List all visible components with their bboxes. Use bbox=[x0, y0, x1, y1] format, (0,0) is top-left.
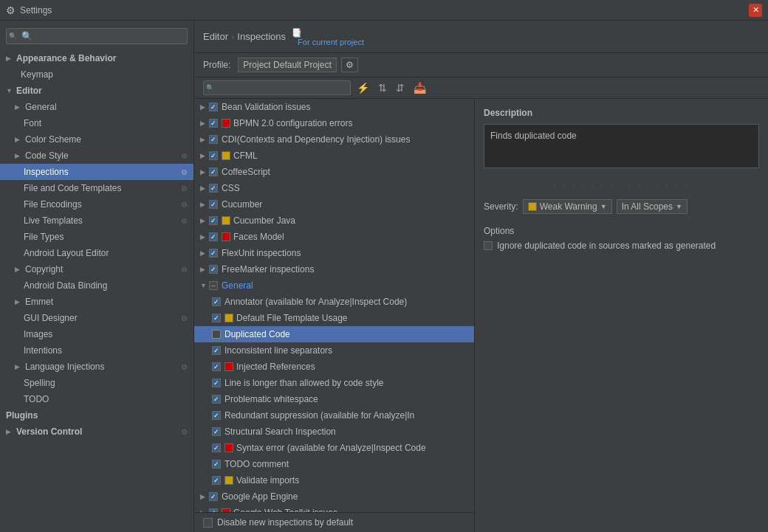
sidebar-item-todo[interactable]: TODO bbox=[0, 391, 193, 407]
sidebar-item-color-scheme[interactable]: ▶ Color Scheme bbox=[0, 131, 193, 148]
tree-item-css[interactable]: ▶ CSS bbox=[194, 180, 474, 196]
settings-icon: ⚙ bbox=[181, 266, 188, 274]
breadcrumb-inspections: Inspections bbox=[237, 31, 286, 42]
tree-item-google-web-toolkit[interactable]: ▶ Google Web Toolkit issues bbox=[194, 505, 474, 512]
split-content: ▶ Bean Validation issues ▶ BPMN 2.0 conf… bbox=[194, 99, 768, 532]
tree-item-annotator[interactable]: Annotator (available for Analyze|Inspect… bbox=[194, 294, 474, 310]
tree-item-injected-references[interactable]: Injected References bbox=[194, 359, 474, 375]
tree-item-cucumber[interactable]: ▶ Cucumber bbox=[194, 196, 474, 213]
import-button[interactable]: 📥 bbox=[411, 80, 429, 95]
chevron-down-icon: ▼ bbox=[600, 203, 607, 210]
filter-button[interactable]: ⚡ bbox=[354, 80, 372, 95]
inspections-search-input[interactable] bbox=[203, 80, 351, 95]
sidebar-item-plugins[interactable]: Plugins bbox=[0, 407, 193, 424]
arrow-icon: ▶ bbox=[6, 55, 13, 62]
close-button[interactable]: ✕ bbox=[749, 4, 762, 17]
options-title: Options bbox=[484, 226, 759, 236]
settings-icon: ⚙ bbox=[181, 152, 188, 160]
sidebar-item-live-templates[interactable]: Live Templates ⚙ bbox=[0, 213, 193, 229]
sidebar-item-label: Spelling bbox=[24, 378, 55, 388]
sidebar-item-language-injections[interactable]: ▶ Language Injections ⚙ bbox=[0, 359, 193, 375]
tree-item-bpmn[interactable]: ▶ BPMN 2.0 configuration errors bbox=[194, 115, 474, 131]
tree-item-google-app-engine[interactable]: ▶ Google App Engine bbox=[194, 488, 474, 505]
arrow-icon: ▶ bbox=[15, 152, 22, 159]
sidebar-item-appearance[interactable]: ▶ Appearance & Behavior bbox=[0, 50, 193, 66]
tree-item-todo-comment[interactable]: TODO comment bbox=[194, 456, 474, 472]
window-title: Settings bbox=[20, 5, 52, 15]
sidebar-item-editor[interactable]: ▼ Editor bbox=[0, 83, 193, 99]
inspections-tree: ▶ Bean Validation issues ▶ BPMN 2.0 conf… bbox=[194, 99, 475, 512]
sidebar-item-label: Color Scheme bbox=[25, 134, 81, 145]
disable-checkbox[interactable] bbox=[203, 518, 213, 528]
sidebar-item-general[interactable]: ▶ General bbox=[0, 99, 193, 115]
severity-badge-orange bbox=[224, 476, 233, 485]
sidebar-item-file-types[interactable]: File Types bbox=[0, 229, 193, 245]
settings-icon: ⚙ bbox=[181, 168, 188, 176]
tree-item-validate-imports[interactable]: Validate imports bbox=[194, 472, 474, 488]
sidebar-item-android-data-binding[interactable]: Android Data Binding bbox=[0, 277, 193, 294]
sidebar-item-file-encodings[interactable]: File Encodings ⚙ bbox=[0, 196, 193, 213]
tree-item-default-method[interactable]: Default File Template Usage bbox=[194, 310, 474, 326]
option-row-ignore-generated: Ignore duplicated code in sources marked… bbox=[484, 241, 759, 251]
settings-icon: ⚙ bbox=[181, 217, 188, 225]
arrow-icon: ▶ bbox=[15, 266, 22, 273]
sidebar-item-code-style[interactable]: ▶ Code Style ⚙ bbox=[0, 148, 193, 164]
tree-item-problematic-whitespace[interactable]: Problematic whitespace bbox=[194, 391, 474, 407]
sidebar-item-label: Emmet bbox=[25, 297, 53, 307]
sidebar-item-label: Editor bbox=[16, 86, 42, 96]
tree-item-cfml[interactable]: ▶ CFML bbox=[194, 148, 474, 164]
tree-item-syntax-error[interactable]: Syntax error (available for Analyze|Insp… bbox=[194, 440, 474, 456]
sidebar-item-version-control[interactable]: ▶ Version Control ⚙ bbox=[0, 424, 193, 440]
tree-item-freemarker[interactable]: ▶ FreeMarker inspections bbox=[194, 261, 474, 277]
tree-item-inconsistent-line[interactable]: Inconsistent line separators bbox=[194, 342, 474, 359]
sidebar-item-label: Copyright bbox=[25, 264, 63, 274]
current-project-link[interactable]: For current project bbox=[298, 38, 364, 46]
settings-icon: ⚙ bbox=[181, 428, 188, 436]
tree-item-cdi[interactable]: ▶ CDI(Contexts and Dependency Injection)… bbox=[194, 131, 474, 148]
description-text: Finds duplicated code bbox=[490, 131, 577, 141]
severity-select[interactable]: Weak Warning ▼ bbox=[523, 199, 612, 214]
disable-label: Disable new inspections by default bbox=[217, 517, 353, 528]
severity-badge-orange bbox=[222, 216, 230, 225]
arrow-icon: ▼ bbox=[6, 87, 13, 94]
sidebar-item-inspections[interactable]: Inspections ⚙ bbox=[0, 164, 193, 180]
tree-item-structural-search[interactable]: Structural Search Inspection bbox=[194, 424, 474, 440]
sidebar-item-gui-designer[interactable]: GUI Designer ⚙ bbox=[0, 310, 193, 326]
bottom-bar: Disable new inspections by default bbox=[194, 512, 474, 532]
profile-select[interactable]: Project Default Project bbox=[238, 58, 337, 72]
filter-row: ⚡ ⇅ ⇵ 📥 bbox=[194, 77, 768, 99]
settings-icon: ⚙ bbox=[181, 184, 188, 193]
tree-item-bean-validation[interactable]: ▶ Bean Validation issues bbox=[194, 99, 474, 115]
sidebar-item-images[interactable]: Images bbox=[0, 326, 193, 342]
sidebar-item-copyright[interactable]: ▶ Copyright ⚙ bbox=[0, 261, 193, 277]
expand-all-button[interactable]: ⇅ bbox=[375, 80, 390, 95]
description-title: Description bbox=[484, 108, 759, 118]
sidebar-item-label: GUI Designer bbox=[24, 313, 78, 323]
tree-item-flexunit[interactable]: ▶ FlexUnit inspections bbox=[194, 245, 474, 261]
sidebar-search-input[interactable] bbox=[6, 28, 188, 44]
sidebar-item-spelling[interactable]: Spelling bbox=[0, 375, 193, 391]
tree-item-general-category[interactable]: ▼ General bbox=[194, 277, 474, 294]
profile-row: Profile: Project Default Project ⚙ bbox=[194, 53, 768, 77]
sidebar-item-file-code-templates[interactable]: File and Code Templates ⚙ bbox=[0, 180, 193, 196]
sidebar-item-intentions[interactable]: Intentions bbox=[0, 342, 193, 359]
tree-item-line-longer[interactable]: Line is longer than allowed by code styl… bbox=[194, 375, 474, 391]
tree-item-coffeescript[interactable]: ▶ CoffeeScript bbox=[194, 164, 474, 180]
collapse-all-button[interactable]: ⇵ bbox=[393, 80, 408, 95]
sidebar-item-emmet[interactable]: ▶ Emmet bbox=[0, 294, 193, 310]
tree-item-duplicated-code[interactable]: Duplicated Code bbox=[194, 326, 474, 342]
ignore-generated-label: Ignore duplicated code in sources marked… bbox=[497, 241, 716, 251]
sidebar-item-android-layout-editor[interactable]: Android Layout Editor bbox=[0, 245, 193, 261]
gear-button[interactable]: ⚙ bbox=[341, 58, 358, 72]
project-tab-icon: 📑 bbox=[292, 28, 302, 37]
severity-row: Severity: Weak Warning ▼ In All Scopes ▼ bbox=[484, 199, 759, 214]
sidebar-item-label: Images bbox=[24, 329, 52, 339]
sidebar-item-label: File and Code Templates bbox=[24, 183, 122, 193]
sidebar-item-keymap[interactable]: Keymap bbox=[0, 66, 193, 83]
sidebar-item-font[interactable]: Font bbox=[0, 115, 193, 131]
tree-item-redundant-suppression[interactable]: Redundant suppression (available for Ana… bbox=[194, 407, 474, 424]
tree-item-cucumber-java[interactable]: ▶ Cucumber Java bbox=[194, 213, 474, 229]
tree-item-faces-model[interactable]: ▶ Faces Model bbox=[194, 229, 474, 245]
ignore-generated-checkbox[interactable] bbox=[484, 241, 493, 250]
scope-select[interactable]: In All Scopes ▼ bbox=[617, 199, 688, 214]
